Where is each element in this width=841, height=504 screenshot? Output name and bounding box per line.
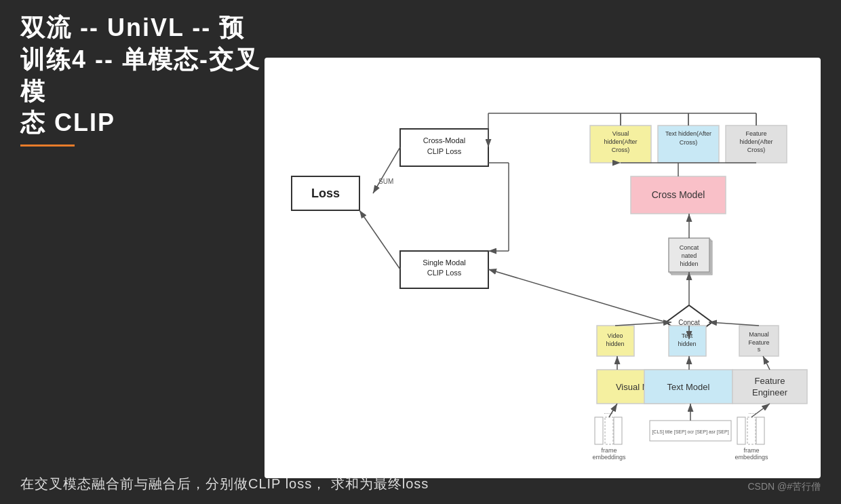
diagram-svg: Loss Cross-Modal CLIP Loss Single Modal … (265, 58, 821, 478)
arrow-feateng-to-manual (763, 356, 770, 370)
concat-hidden-label1: Concat (680, 244, 699, 251)
frame-emb1-rect1 (595, 417, 603, 444)
loss-label: Loss (311, 187, 340, 200)
feature-hidden-after-3: Cross) (747, 147, 766, 153)
manual-features-label1: Manual (749, 331, 769, 338)
feature-engineer-box (732, 370, 807, 404)
frame-emb1-rect2 (605, 417, 613, 444)
frame-emb1-label2: embeddings (592, 454, 626, 461)
bottom-text: 在交叉模态融合前与融合后，分别做CLIP loss， 求和为最终loss (20, 475, 429, 493)
arrow-crossmodal-to-loss (373, 147, 400, 193)
watermark-text: CSDN @#苦行僧 (747, 481, 821, 492)
visual-hidden-after-1: Visual (612, 130, 629, 137)
title-area: 双流 -- UniVL -- 预训练4 -- 单模态-交叉模 态 CLIP (20, 12, 265, 147)
feature-engineer-label1: Feature (755, 376, 785, 386)
cross-modal-clip-loss-label1: Cross-Modal (423, 136, 465, 144)
frame-emb1-label1: frame (601, 447, 617, 454)
title-underline (20, 144, 75, 147)
manual-features-label3: s (758, 346, 761, 353)
arrow-singlemodal-to-loss (359, 210, 400, 269)
text-model-label: Text Model (667, 382, 710, 392)
concat-hidden-label3: hidden (680, 260, 698, 267)
bottom-caption: 在交叉模态融合前与融合后，分别做CLIP loss， 求和为最终loss (20, 476, 429, 491)
text-input-label: [CLS] title [SEP] ocr [SEP] asr [SEP] (652, 429, 728, 435)
frame-emb2-label2: embeddings (735, 454, 768, 461)
arrow-concat-to-singlemodal (488, 269, 666, 322)
text-hidden-after-2: Cross) (680, 139, 698, 146)
frame-emb2-rect3 (756, 417, 764, 444)
text-hidden-after-1: Text hidden(After (665, 130, 711, 137)
cross-modal-clip-loss-label2: CLIP Loss (427, 147, 462, 155)
video-hidden-label1: Video (608, 332, 623, 339)
frame-emb2-rect2 (747, 417, 756, 444)
single-modal-clip-loss-label1: Single Modal (423, 258, 466, 267)
sum-label: SUM (378, 178, 393, 185)
single-modal-clip-loss-label2: CLIP Loss (427, 269, 462, 277)
frame-emb2-rect1 (737, 417, 745, 444)
frame-emb1-rect3 (614, 417, 622, 444)
arrow-video-to-concat (615, 322, 671, 326)
title-line2: 态 CLIP (20, 109, 115, 136)
title-line1: 双流 -- UniVL -- 预训练4 -- 单模态-交叉模 (20, 14, 260, 105)
concat-hidden-label2: nated (682, 252, 697, 259)
text-hidden-label1: Text (682, 332, 693, 339)
feature-engineer-label2: Engineer (752, 387, 788, 398)
diagram-area: Loss Cross-Modal CLIP Loss Single Modal … (265, 58, 821, 478)
arrow-manual-to-concat (709, 322, 759, 326)
visual-hidden-after-2: hidden(After (604, 138, 637, 145)
video-hidden-label2: hidden (606, 341, 624, 347)
title-text: 双流 -- UniVL -- 预训练4 -- 单模态-交叉模 态 CLIP (20, 12, 265, 139)
manual-features-label2: Feature (748, 339, 769, 346)
feature-hidden-after-1: Feature (745, 130, 766, 137)
csdn-watermark: CSDN @#苦行僧 (747, 481, 821, 493)
feature-hidden-after-2: hidden(After (739, 138, 772, 145)
frame-emb2-label1: frame (743, 447, 759, 454)
text-hidden-label2: hidden (678, 341, 696, 347)
visual-hidden-after-3: Cross) (612, 147, 630, 153)
cross-model-label: Cross Model (652, 189, 705, 200)
